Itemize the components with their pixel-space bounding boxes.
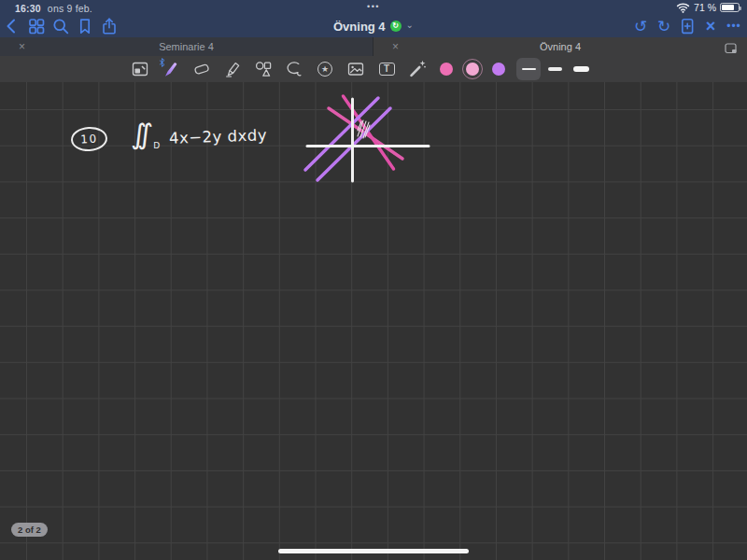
tab-close-icon[interactable]: × (19, 40, 25, 53)
eraser-tool[interactable] (191, 59, 212, 79)
tab-label: Övning 4 (540, 41, 581, 52)
battery-icon (720, 3, 740, 12)
integral-sign: ∫ (136, 118, 153, 150)
problem-number-circle: 10 (70, 126, 107, 152)
page-indicator-label: 2 of 2 (18, 525, 41, 535)
status-right: 71 % (676, 2, 740, 13)
tab-seminarie-4[interactable]: × Seminarie 4 (0, 37, 374, 56)
app-window: 16:30ons 9 feb. ••• 71 % (0, 0, 747, 560)
tab-close-icon[interactable]: × (392, 40, 399, 53)
tab-bar: × Seminarie 4 × Övning 4 (0, 37, 747, 56)
navigation-bar: 16:30ons 9 feb. ••• 71 % (0, 0, 747, 37)
stroke-thin-selected[interactable] (516, 58, 541, 80)
undo-button[interactable]: ↺ (630, 16, 651, 36)
chevron-down-icon: ⌄ (406, 21, 414, 30)
home-indicator[interactable] (278, 549, 469, 553)
stroke-thick[interactable] (569, 58, 593, 80)
page-title: Övning 4 (333, 20, 386, 34)
integral-domain: D (153, 141, 160, 150)
color-swatches (436, 59, 509, 79)
text-icon: T (379, 63, 395, 76)
pen-tool-selected[interactable] (161, 59, 181, 79)
nav-right-group: ↺ ↻ × ••• (630, 15, 744, 37)
problem-number: 10 (80, 133, 98, 147)
color-swatch-purple[interactable] (488, 59, 509, 79)
redo-button[interactable]: ↻ (654, 16, 674, 36)
pen-toolbar: ★ T (0, 56, 747, 82)
close-document-button[interactable]: × (700, 16, 721, 36)
add-page-button[interactable] (677, 16, 698, 36)
sync-status-icon: ↻ (390, 21, 402, 32)
page-indicator-badge[interactable]: 2 of 2 (11, 523, 48, 537)
lasso-tool[interactable] (284, 59, 304, 79)
tab-label: Seminarie 4 (159, 41, 214, 52)
image-tool[interactable] (345, 59, 366, 79)
multitask-indicator[interactable]: ••• (0, 2, 747, 11)
elements-tool[interactable]: ★ (315, 59, 335, 79)
tab-ovning-4[interactable]: × Övning 4 (374, 37, 747, 56)
new-window-icon[interactable] (725, 41, 738, 58)
bluetooth-icon (159, 58, 165, 67)
handwriting-layer: 10 ∫ ∫ D 4x−2y dxdy (0, 0, 747, 560)
star-icon: ★ (317, 62, 332, 77)
text-tool[interactable]: T (376, 59, 397, 79)
tool-group: ★ T (130, 59, 428, 79)
stroke-width-options (516, 58, 593, 80)
handwritten-equation: ∫ ∫ D 4x−2y dxdy (132, 119, 267, 150)
color-swatch-light-pink-selected[interactable] (462, 59, 483, 79)
color-swatch-pink[interactable] (436, 59, 457, 79)
nav-row: Övning 4 ↻ ⌄ ↺ ↻ × ••• (0, 15, 747, 37)
wifi-icon (676, 2, 690, 13)
integrand-expression: 4x−2y dxdy (169, 126, 268, 147)
zoom-window-tool[interactable] (130, 59, 150, 79)
more-options-button[interactable]: ••• (724, 16, 744, 36)
stroke-medium[interactable] (543, 58, 567, 80)
shapes-tool[interactable] (253, 59, 274, 79)
highlighter-tool[interactable] (222, 59, 243, 79)
battery-percent: 71 % (694, 2, 716, 13)
status-bar: 16:30ons 9 feb. ••• 71 % (0, 0, 747, 15)
laser-pointer-tool[interactable] (407, 59, 428, 79)
